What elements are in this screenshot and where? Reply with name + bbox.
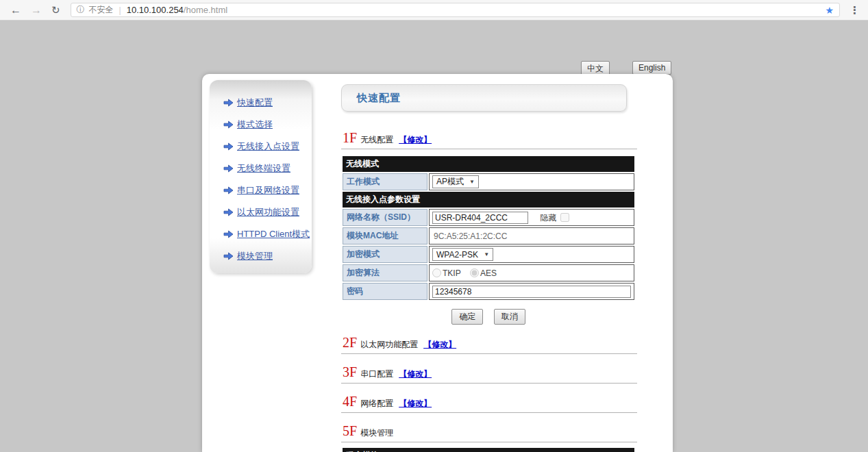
divider bbox=[341, 442, 637, 442]
modify-link-ethernet[interactable]: 【修改】 bbox=[423, 339, 456, 351]
sidebar-link-serial-network[interactable]: 串口及网络设置 bbox=[237, 184, 299, 197]
section-number: 1F bbox=[343, 130, 357, 146]
sidebar-item-module-mgmt: 模块管理 bbox=[210, 245, 312, 267]
section-number: 5F bbox=[343, 423, 357, 439]
work-mode-selected: AP模式 bbox=[436, 176, 464, 188]
group-header-wireless-mode: 无线模式 bbox=[343, 156, 634, 172]
sidebar-link-mode-select[interactable]: 模式选择 bbox=[237, 118, 273, 131]
wireless-config-table: 无线模式 工作模式 AP模式 ▼ 无线接入点参数设置 网络名称（SSID） bbox=[341, 155, 636, 301]
sidebar-item-wireless-sta: 无线终端设置 bbox=[210, 158, 312, 179]
sidebar-item-serial-network: 串口及网络设置 bbox=[210, 179, 312, 201]
arrow-right-icon bbox=[223, 252, 234, 260]
encryption-mode-selected: WPA2-PSK bbox=[436, 250, 478, 260]
aes-radio-option: AES bbox=[470, 268, 497, 278]
group-header-ap-params: 无线接入点参数设置 bbox=[343, 192, 634, 208]
modify-link-wireless[interactable]: 【修改】 bbox=[399, 134, 432, 146]
address-divider: | bbox=[119, 5, 121, 15]
section-number: 2F bbox=[343, 335, 357, 351]
encryption-mode-label: 加密模式 bbox=[343, 246, 427, 263]
sidebar-link-ethernet[interactable]: 以太网功能设置 bbox=[237, 206, 299, 218]
table-row: 加密模式 WPA2-PSK ▼ bbox=[343, 246, 634, 263]
url-host: 10.10.100.254 bbox=[127, 5, 184, 15]
browser-menu-icon[interactable]: ⋮ bbox=[847, 4, 863, 16]
modify-link-network[interactable]: 【修改】 bbox=[399, 398, 432, 410]
browser-window: ← → ↻ ⓘ 不安全 | 10.10.100.254 /home.html ★… bbox=[0, 0, 868, 452]
restart-table: 重启模块 重启模块 重启 bbox=[341, 447, 636, 452]
mac-label: 模块MAC地址 bbox=[343, 227, 427, 244]
section-title: 无线配置 bbox=[360, 134, 393, 146]
ssid-label: 网络名称（SSID） bbox=[343, 209, 427, 226]
arrow-right-icon bbox=[223, 186, 234, 194]
browser-toolbar: ← → ↻ ⓘ 不安全 | 10.10.100.254 /home.html ★… bbox=[0, 0, 868, 21]
info-icon[interactable]: ⓘ bbox=[77, 4, 85, 16]
section-title: 串口配置 bbox=[360, 368, 393, 380]
content-panel: 快速配置 模式选择 无线接入点设置 无线终端设置 串口及网络设置 bbox=[202, 74, 673, 452]
address-bar[interactable]: ⓘ 不安全 | 10.10.100.254 /home.html ★ bbox=[71, 3, 840, 17]
sidebar-item-httpd-client: HTTPD Client模式 bbox=[210, 223, 312, 245]
sidebar-item-mode-select: 模式选择 bbox=[210, 114, 312, 136]
table-row: 加密算法 TKIP AES bbox=[343, 264, 634, 281]
arrow-right-icon bbox=[223, 230, 234, 238]
sidebar-link-wireless-sta[interactable]: 无线终端设置 bbox=[237, 162, 290, 175]
forward-icon[interactable]: → bbox=[31, 5, 42, 16]
refresh-icon[interactable]: ↻ bbox=[51, 5, 60, 15]
section-number: 4F bbox=[343, 394, 357, 410]
ssid-input[interactable] bbox=[432, 212, 528, 224]
security-label: 不安全 bbox=[89, 4, 114, 16]
section-heading-4f: 4F 网络配置 【修改】 bbox=[343, 394, 637, 410]
table-row: 网络名称（SSID） 隐藏 bbox=[343, 209, 634, 226]
arrow-right-icon bbox=[223, 99, 234, 107]
section-number: 3F bbox=[343, 364, 357, 380]
password-input[interactable] bbox=[432, 286, 631, 298]
section-heading-3f: 3F 串口配置 【修改】 bbox=[343, 364, 637, 381]
section-heading-1f: 1F 无线配置 【修改】 bbox=[343, 130, 637, 147]
tkip-radio[interactable] bbox=[432, 268, 441, 277]
bookmark-star-icon[interactable]: ★ bbox=[825, 5, 834, 16]
work-mode-label: 工作模式 bbox=[343, 173, 427, 190]
section-title: 以太网功能配置 bbox=[360, 339, 418, 351]
section-title: 模块管理 bbox=[360, 427, 393, 439]
sidebar-link-module-mgmt[interactable]: 模块管理 bbox=[237, 250, 273, 262]
section-heading-5f: 5F 模块管理 bbox=[343, 423, 637, 440]
hide-ssid-checkbox[interactable] bbox=[560, 213, 569, 222]
arrow-right-icon bbox=[223, 121, 234, 129]
section-heading-2f: 2F 以太网功能配置 【修改】 bbox=[343, 335, 637, 351]
main-content: 快速配置 1F 无线配置 【修改】 无线模式 工作模式 AP模式 bbox=[341, 84, 637, 452]
page-background: 中文 English 快速配置 模式选择 无线接入点设置 bbox=[0, 21, 868, 452]
language-english-button[interactable]: English bbox=[632, 61, 671, 75]
page-title: 快速配置 bbox=[357, 92, 401, 105]
aes-radio[interactable] bbox=[470, 268, 479, 277]
arrow-right-icon bbox=[223, 208, 234, 216]
section-title: 网络配置 bbox=[360, 398, 393, 410]
work-mode-select[interactable]: AP模式 ▼ bbox=[432, 175, 479, 188]
group-header-restart: 重启模块 bbox=[343, 448, 634, 452]
hide-ssid-label: 隐藏 bbox=[540, 213, 556, 223]
url-path: /home.html bbox=[184, 5, 227, 15]
tkip-label: TKIP bbox=[443, 268, 461, 278]
tkip-radio-option: TKIP bbox=[432, 268, 461, 278]
chevron-down-icon: ▼ bbox=[469, 179, 475, 185]
sidebar-link-httpd-client[interactable]: HTTPD Client模式 bbox=[237, 228, 310, 240]
divider bbox=[341, 412, 637, 413]
table-row: 模块MAC地址 9C:A5:25:A1:2C:CC bbox=[343, 227, 634, 244]
ok-button[interactable]: 确定 bbox=[451, 309, 483, 325]
encryption-algo-label: 加密算法 bbox=[343, 264, 427, 281]
table-row: 工作模式 AP模式 ▼ bbox=[343, 173, 634, 190]
sidebar: 快速配置 模式选择 无线接入点设置 无线终端设置 串口及网络设置 bbox=[210, 80, 312, 273]
cancel-button[interactable]: 取消 bbox=[494, 309, 525, 325]
mac-value: 9C:A5:25:A1:2C:CC bbox=[432, 231, 507, 241]
divider bbox=[341, 353, 637, 354]
table-row: 密码 bbox=[343, 283, 634, 300]
password-label: 密码 bbox=[343, 283, 427, 300]
back-icon[interactable]: ← bbox=[10, 5, 21, 16]
sidebar-item-ethernet: 以太网功能设置 bbox=[210, 201, 312, 223]
encryption-mode-select[interactable]: WPA2-PSK ▼ bbox=[432, 248, 493, 261]
arrow-right-icon bbox=[223, 142, 234, 151]
arrow-right-icon bbox=[223, 164, 234, 173]
sidebar-link-wireless-ap[interactable]: 无线接入点设置 bbox=[237, 140, 299, 153]
sidebar-item-wireless-ap: 无线接入点设置 bbox=[210, 136, 312, 158]
aes-label: AES bbox=[480, 268, 497, 278]
sidebar-link-quick-config[interactable]: 快速配置 bbox=[237, 97, 273, 109]
chevron-down-icon: ▼ bbox=[484, 251, 489, 258]
modify-link-serial[interactable]: 【修改】 bbox=[399, 368, 432, 380]
